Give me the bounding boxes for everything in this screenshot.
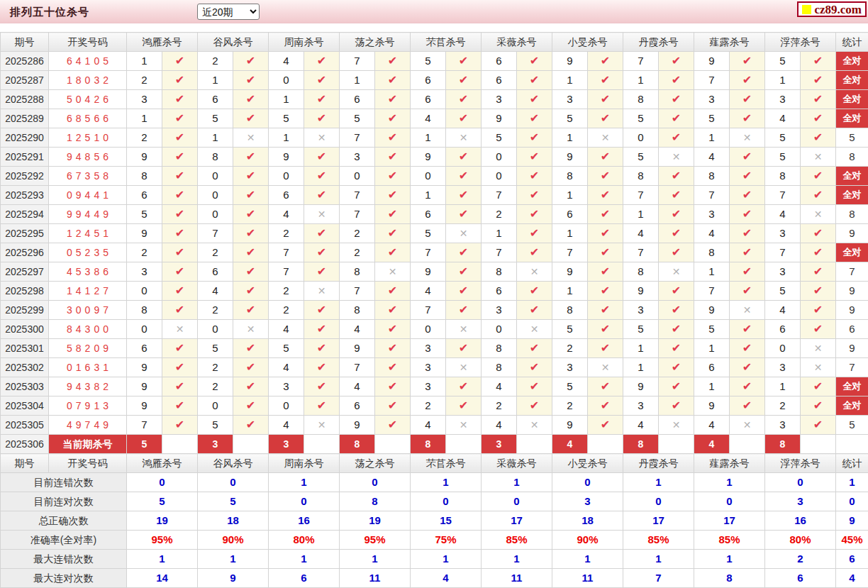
kill-mark-cell: ✔ (801, 301, 836, 320)
summary-value-cell: 5 (198, 492, 269, 511)
cross-icon: ✕ (460, 419, 468, 431)
kill-number-cell: 3 (127, 90, 162, 109)
check-icon: ✔ (459, 170, 468, 182)
kill-number-cell: 0 (482, 167, 517, 186)
data-row: 2025295124519✔7✔2✔2✔5✕1✔1✔4✔4✔3✔9 (1, 224, 868, 243)
kill-number-cell: 5 (269, 339, 304, 358)
check-icon: ✔ (317, 246, 326, 258)
kill-number-cell: 7 (482, 243, 517, 262)
kill-number-cell: 6 (482, 52, 517, 71)
kill-number-cell: 9 (552, 148, 588, 167)
kill-mark-cell: ✕ (801, 339, 836, 358)
kill-number-cell: 5 (694, 109, 730, 128)
kill-mark-cell: ✔ (801, 167, 836, 186)
kill-number-cell: 9 (623, 377, 659, 396)
check-icon: ✔ (742, 74, 752, 86)
kill-number-cell: 1 (552, 128, 588, 148)
check-icon: ✔ (246, 74, 255, 86)
period-cell: 2025304 (1, 396, 49, 416)
summary-value-cell: 90% (552, 531, 623, 550)
summary-value-cell: 1 (482, 550, 552, 569)
check-icon: ✔ (530, 284, 539, 296)
kill-mark-cell: ✔ (730, 205, 765, 224)
current-kill-empty-cell (801, 435, 836, 454)
draw-numbers-cell: 12510 (49, 128, 127, 148)
kill-number-cell: 7 (623, 52, 659, 71)
check-icon: ✔ (175, 93, 184, 105)
kill-number-cell: 0 (269, 167, 304, 186)
kill-number-cell: 7 (623, 186, 659, 205)
kill-mark-cell: ✔ (517, 396, 552, 416)
kill-number-cell: 7 (269, 262, 304, 282)
cross-icon: ✕ (460, 323, 468, 335)
kill-number-cell: 7 (552, 243, 588, 262)
summary-value-cell: 5 (127, 492, 198, 511)
cross-icon: ✕ (247, 323, 255, 335)
kill-mark-cell: ✕ (304, 416, 340, 435)
kill-number-cell: 6 (340, 90, 375, 109)
kill-mark-cell: ✔ (233, 243, 269, 262)
check-icon: ✔ (246, 342, 255, 354)
kill-number-cell: 3 (482, 90, 517, 109)
kill-mark-cell: ✔ (517, 339, 552, 358)
kill-mark-cell: ✔ (588, 282, 623, 301)
check-icon: ✔ (530, 361, 539, 373)
kill-mark-cell: ✔ (730, 186, 765, 205)
kill-mark-cell: ✔ (375, 186, 411, 205)
summary-value-cell: 80% (765, 531, 836, 550)
check-icon: ✔ (601, 112, 610, 124)
kill-number-cell: 5 (482, 128, 517, 148)
kill-mark-cell: ✔ (304, 243, 340, 262)
data-row: 2025300843000✕0✕4✔4✔0✕0✕5✔5✔5✔6✔6 (1, 320, 868, 339)
kill-number-cell: 4 (623, 224, 659, 243)
check-icon: ✔ (317, 265, 326, 277)
summary-value-cell: 1 (694, 550, 765, 569)
summary-value-cell: 19 (127, 511, 198, 531)
kill-number-cell: 1 (411, 186, 446, 205)
kill-mark-cell: ✔ (588, 148, 623, 167)
check-icon: ✔ (601, 227, 610, 239)
kill-mark-cell: ✔ (730, 320, 765, 339)
kill-mark-cell: ✕ (517, 416, 552, 435)
check-icon: ✔ (813, 418, 823, 431)
column-header: 荡之杀号 (340, 33, 411, 52)
kill-mark-cell: ✔ (233, 71, 269, 90)
data-row: 2025305497497✔5✔4✕9✔4✕4✕9✔4✕4✕3✔5 (1, 416, 868, 435)
kill-mark-cell: ✔ (730, 90, 765, 109)
kill-mark-cell: ✔ (801, 262, 836, 282)
period-range-select[interactable]: 近20期 (197, 4, 260, 20)
check-icon: ✔ (672, 342, 681, 354)
check-icon: ✔ (601, 304, 610, 316)
check-icon: ✔ (601, 342, 610, 354)
kill-mark-cell: ✔ (730, 243, 765, 262)
data-row: 2025298141270✔4✔2✕7✔4✔6✔1✔9✔7✔5✔9 (1, 282, 868, 301)
site-logo[interactable]: cz89.com (797, 1, 867, 17)
current-kill-number-cell: 3 (269, 435, 304, 454)
kill-mark-cell: ✔ (162, 416, 198, 435)
kill-mark-cell: ✔ (517, 186, 552, 205)
summary-value-cell: 1 (411, 473, 482, 492)
kill-mark-cell: ✔ (375, 109, 411, 128)
kill-number-cell: 9 (552, 262, 588, 282)
kill-mark-cell: ✔ (801, 396, 836, 416)
kill-number-cell: 2 (198, 52, 233, 71)
kill-mark-cell: ✕ (304, 205, 340, 224)
summary-row: 最大连错次数11111111126 (1, 550, 868, 569)
kill-mark-cell: ✔ (801, 224, 836, 243)
stat-count-cell: 9 (836, 282, 868, 301)
kill-mark-cell: ✔ (730, 109, 765, 128)
current-kill-empty-cell (517, 435, 552, 454)
kill-number-cell: 7 (411, 301, 446, 320)
summary-value-cell: 15 (411, 511, 482, 531)
kill-mark-cell: ✔ (375, 90, 411, 109)
kill-number-cell: 5 (765, 52, 801, 71)
check-icon: ✔ (742, 246, 752, 258)
check-icon: ✔ (246, 265, 255, 277)
kill-number-cell: 8 (694, 243, 730, 262)
check-icon: ✔ (175, 342, 184, 354)
column-header: 统计 (836, 33, 868, 52)
kill-mark-cell: ✔ (659, 167, 694, 186)
column-header: 浮萍杀号 (765, 33, 836, 52)
kill-number-cell: 1 (552, 224, 588, 243)
period-cell: 2025296 (1, 243, 49, 262)
